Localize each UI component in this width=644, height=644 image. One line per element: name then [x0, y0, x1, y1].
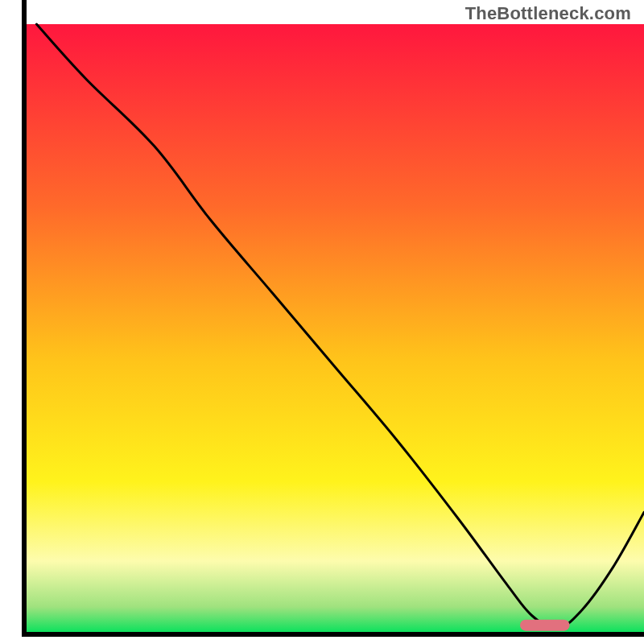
optimal-range-marker [520, 620, 570, 631]
gradient-background [24, 24, 644, 634]
bottleneck-curve-chart [0, 0, 644, 644]
chart-container: TheBottleneck.com [0, 0, 644, 644]
watermark-label: TheBottleneck.com [465, 3, 631, 24]
